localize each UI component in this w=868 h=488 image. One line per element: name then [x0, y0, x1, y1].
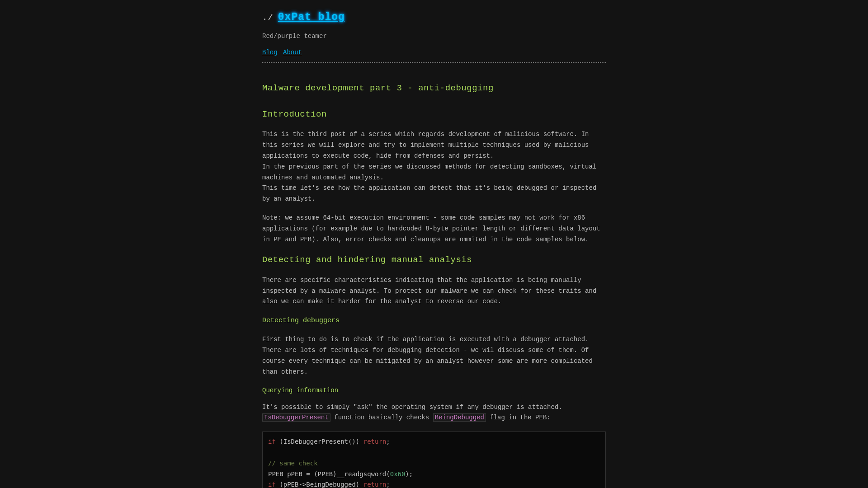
- code-text: ;: [386, 438, 390, 445]
- intro-note: Note: we assume 64-bit execution environ…: [262, 213, 606, 245]
- detect-paragraph-1: There are specific characteristics indic…: [262, 275, 606, 307]
- code-comment: // same check: [268, 460, 318, 467]
- divider: [262, 62, 606, 63]
- article-title: Malware development part 3 - anti-debugg…: [262, 81, 606, 95]
- site-subtitle: Red/purple teamer: [262, 31, 606, 41]
- site-title-link[interactable]: 0xPat blog: [278, 9, 345, 26]
- page-container: ./ 0xPat blog Red/purple teamer Blog Abo…: [262, 0, 606, 488]
- intro-text-2: In the previous part of the series we di…: [262, 163, 596, 181]
- section-heading-detecting: Detecting and hindering manual analysis: [262, 253, 606, 267]
- queryinfo-text-pre: It's possible to simply "ask" the operat…: [262, 404, 562, 411]
- code-keyword-return: return: [363, 481, 387, 488]
- queryinfo-paragraph-1: It's possible to simply "ask" the operat…: [262, 402, 606, 424]
- code-block: if (IsDebuggerPresent()) return; // same…: [262, 432, 606, 488]
- code-text: ;: [386, 481, 390, 488]
- header-row: ./ 0xPat blog: [262, 9, 606, 26]
- code-keyword-if: if: [268, 438, 276, 445]
- intro-text-3: This time let's see how the application …: [262, 184, 596, 202]
- queryinfo-text-post: flag in the PEB:: [486, 414, 551, 421]
- subsubsection-heading-querying: Querying information: [262, 385, 606, 395]
- code-text: (IsDebuggerPresent()): [276, 438, 363, 445]
- code-text: PPEB pPEB = (PPEB)__readgsqword(: [268, 470, 390, 478]
- inline-code-beingdebugged: BeingDebugged: [433, 413, 486, 422]
- intro-paragraph: This is the third post of a series which…: [262, 129, 606, 205]
- code-text: (pPEB->BeingDebugged): [276, 481, 363, 488]
- code-number: 0x60: [390, 470, 406, 478]
- shell-prompt: ./: [262, 11, 274, 24]
- queryinfo-text-mid: function basically checks: [330, 414, 433, 421]
- subsection-heading-detecting-debuggers: Detecting debuggers: [262, 315, 606, 326]
- nav-link-about[interactable]: About: [283, 49, 302, 56]
- code-keyword-return: return: [363, 438, 387, 445]
- code-keyword-if: if: [268, 481, 276, 488]
- section-heading-introduction: Introduction: [262, 108, 606, 121]
- nav-link-blog[interactable]: Blog: [262, 49, 278, 56]
- detectdbg-paragraph-1: First thing to do is to check if the app…: [262, 334, 606, 377]
- nav-bar: Blog About: [262, 47, 606, 57]
- intro-text-1: This is the third post of a series which…: [262, 131, 589, 160]
- code-text: );: [405, 470, 413, 478]
- inline-code-isdebuggerpresent: IsDebuggerPresent: [262, 413, 330, 422]
